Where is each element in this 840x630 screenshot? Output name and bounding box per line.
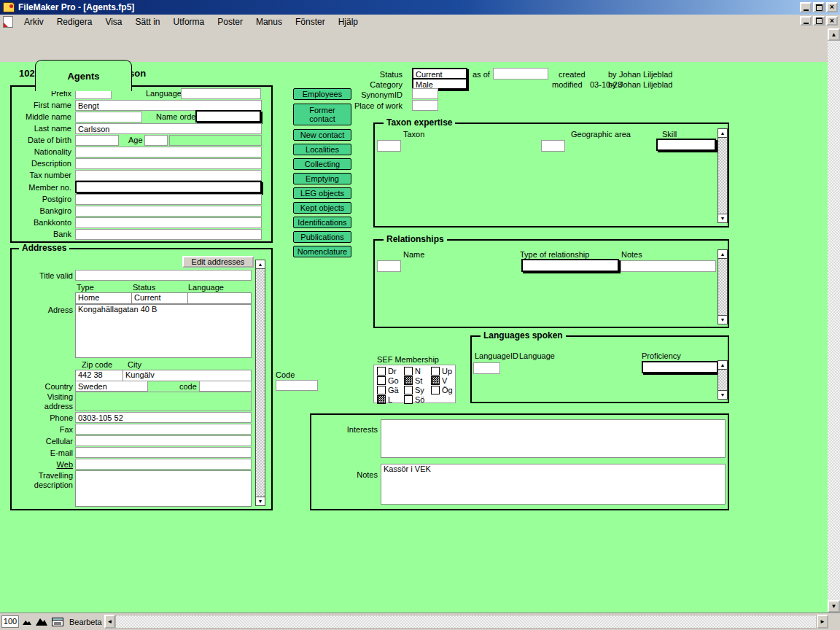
web-field[interactable] bbox=[75, 459, 252, 470]
name-order-dropdown[interactable] bbox=[195, 110, 261, 122]
addr-language-cell[interactable] bbox=[187, 292, 252, 304]
notes-field[interactable]: Kassör i VEK bbox=[381, 464, 726, 505]
doc-close-button[interactable]: × bbox=[826, 16, 838, 26]
addr-status-cell[interactable]: Current bbox=[131, 292, 188, 304]
kept-objects-button[interactable]: Kept objects bbox=[293, 202, 351, 214]
restore-button[interactable] bbox=[813, 2, 825, 12]
sef-checkbox-so[interactable]: Sö bbox=[404, 395, 424, 404]
new-contact-button[interactable]: New contact bbox=[293, 129, 351, 141]
identifications-button[interactable]: Identifications bbox=[293, 217, 351, 228]
scroll-up-button[interactable]: ▲ bbox=[828, 28, 840, 41]
taxon-portal-scrollbar[interactable]: ▲ ▼ bbox=[718, 128, 728, 223]
tax-number-field[interactable] bbox=[75, 170, 262, 181]
age-extra-field[interactable] bbox=[169, 135, 262, 146]
scroll-up-icon[interactable]: ▲ bbox=[718, 129, 727, 138]
last-name-field[interactable]: Carlsson bbox=[75, 123, 262, 134]
country-field[interactable]: Sweden bbox=[75, 381, 148, 392]
languageid-field[interactable] bbox=[473, 362, 500, 374]
language-field[interactable] bbox=[181, 88, 261, 99]
dob-field[interactable] bbox=[75, 135, 119, 146]
hscroll-right-button[interactable]: ► bbox=[817, 615, 828, 629]
geographic-area-field[interactable] bbox=[541, 140, 565, 152]
adress-field[interactable]: Kongahällagatan 40 B bbox=[75, 304, 252, 358]
visiting-address-field[interactable] bbox=[75, 392, 252, 411]
menu-hjalp[interactable]: Hjälp bbox=[332, 15, 365, 28]
bankgiro-field[interactable] bbox=[75, 206, 262, 217]
menu-visa[interactable]: Visa bbox=[98, 15, 128, 28]
relationships-portal-scrollbar[interactable]: ▲ ▼ bbox=[718, 249, 728, 324]
rel-type-dropdown[interactable] bbox=[521, 259, 619, 272]
collecting-button[interactable]: Collecting bbox=[293, 158, 351, 170]
menu-fonster[interactable]: Fönster bbox=[289, 15, 332, 28]
tab-agents[interactable]: Agents bbox=[35, 60, 132, 91]
scroll-up-icon[interactable]: ▲ bbox=[718, 250, 727, 259]
addresses-portal-scrollbar[interactable]: ▲ ▼ bbox=[255, 260, 265, 506]
employees-button[interactable]: Employees bbox=[293, 88, 351, 100]
menu-redigera[interactable]: Redigera bbox=[50, 15, 99, 28]
leg-objects-button[interactable]: LEG objects bbox=[293, 187, 351, 199]
phone-field[interactable]: 0303-105 52 bbox=[75, 412, 252, 423]
scroll-down-icon[interactable]: ▼ bbox=[718, 315, 727, 324]
horizontal-scrollbar[interactable] bbox=[115, 615, 817, 629]
publications-button[interactable]: Publications bbox=[293, 231, 351, 243]
sef-checkbox-go[interactable]: Go bbox=[377, 376, 399, 385]
city-cell[interactable]: Kungälv bbox=[122, 370, 252, 381]
menu-poster[interactable]: Poster bbox=[211, 15, 249, 28]
rel-notes-field[interactable] bbox=[621, 260, 716, 272]
synonymid-field[interactable] bbox=[412, 88, 438, 99]
languages-portal-scrollbar[interactable]: ▲ ▼ bbox=[718, 360, 728, 400]
proficiency-dropdown[interactable] bbox=[642, 361, 718, 373]
resize-corner[interactable] bbox=[828, 613, 840, 630]
nationality-field[interactable] bbox=[75, 147, 262, 158]
travelling-description-field[interactable] bbox=[75, 470, 252, 507]
former-contact-button[interactable]: Former contact bbox=[293, 104, 351, 125]
sef-checkbox-ga[interactable]: Gä bbox=[377, 386, 399, 394]
taxon-id-field[interactable] bbox=[377, 140, 401, 152]
emptying-button[interactable]: Emptying bbox=[293, 173, 351, 184]
doc-restore-button[interactable] bbox=[813, 16, 825, 26]
sef-checkbox-v[interactable]: V bbox=[431, 376, 447, 385]
sef-checkbox-n[interactable]: N bbox=[404, 367, 421, 376]
scroll-up-icon[interactable]: ▲ bbox=[256, 260, 265, 269]
menu-manus[interactable]: Manus bbox=[249, 15, 289, 28]
scroll-down-button[interactable]: ▼ bbox=[828, 600, 840, 612]
cellular-field[interactable] bbox=[75, 435, 252, 446]
sef-checkbox-st[interactable]: St bbox=[404, 376, 422, 385]
sef-checkbox-dr[interactable]: Dr bbox=[377, 367, 397, 376]
zip-cell[interactable]: 442 38 bbox=[75, 370, 123, 381]
menu-arkiv[interactable]: Arkiv bbox=[18, 15, 50, 28]
interests-field[interactable] bbox=[381, 419, 726, 458]
country-code-field[interactable] bbox=[199, 381, 252, 392]
vertical-scrollbar[interactable] bbox=[828, 28, 840, 612]
layout-tool-button[interactable] bbox=[50, 615, 66, 628]
age-field[interactable] bbox=[144, 135, 168, 146]
zoom-out-button[interactable] bbox=[20, 615, 34, 628]
scroll-down-icon[interactable]: ▼ bbox=[718, 390, 727, 399]
menu-satt-in[interactable]: Sätt in bbox=[129, 15, 167, 28]
member-no-dropdown[interactable] bbox=[75, 181, 262, 193]
middle-name-field[interactable] bbox=[75, 112, 142, 122]
email-field[interactable] bbox=[75, 447, 252, 458]
addr-type-cell[interactable]: Home bbox=[75, 292, 132, 304]
sef-checkbox-og[interactable]: Ög bbox=[431, 386, 453, 394]
close-button[interactable]: × bbox=[826, 2, 838, 12]
scroll-down-icon[interactable]: ▼ bbox=[718, 214, 727, 222]
edit-addresses-button[interactable]: Edit addresses bbox=[182, 256, 254, 268]
skill-dropdown[interactable] bbox=[656, 139, 716, 151]
sef-checkbox-up[interactable]: Up bbox=[431, 367, 452, 376]
placeofwork-field[interactable] bbox=[412, 100, 438, 111]
title-valid-field[interactable] bbox=[75, 270, 252, 281]
rel-name-field[interactable] bbox=[377, 260, 401, 272]
scroll-down-icon[interactable]: ▼ bbox=[256, 497, 265, 505]
postgiro-field[interactable] bbox=[75, 194, 262, 205]
hscroll-left-button[interactable]: ◄ bbox=[104, 615, 115, 629]
description-field[interactable] bbox=[75, 158, 262, 169]
zoom-level[interactable]: 100 bbox=[1, 615, 19, 628]
minimize-button[interactable] bbox=[800, 2, 812, 12]
bank-field[interactable] bbox=[75, 229, 262, 240]
asof-field[interactable] bbox=[493, 68, 548, 79]
zoom-in-button[interactable] bbox=[34, 615, 49, 628]
sef-checkbox-l[interactable]: L bbox=[377, 395, 392, 404]
code-field[interactable] bbox=[276, 380, 318, 391]
scroll-up-icon[interactable]: ▲ bbox=[718, 361, 727, 370]
